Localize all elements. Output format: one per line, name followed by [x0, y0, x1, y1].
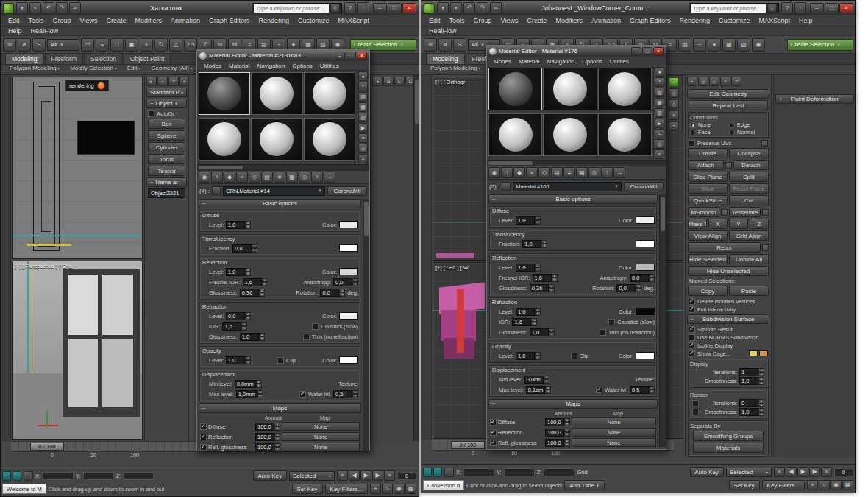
- checkbox[interactable]: [490, 440, 497, 446]
- checkbox[interactable]: [689, 306, 695, 313]
- smoothness-spinner[interactable]: 1,0▴▾: [739, 377, 764, 385]
- rect-region-icon[interactable]: □: [110, 38, 124, 52]
- viewport-label[interactable]: [+] [ Perspective ] [ Sha: [15, 263, 72, 269]
- sample-type-icon[interactable]: ●: [655, 67, 664, 77]
- create-selection-dropdown[interactable]: Create Selection▼: [787, 39, 853, 51]
- map-slot-button[interactable]: None: [572, 428, 656, 437]
- material-sample-slot[interactable]: [543, 68, 597, 110]
- create-button[interactable]: Create: [688, 148, 728, 158]
- select-by-material-icon[interactable]: ◎: [358, 144, 368, 153]
- menu-item-graph-editors[interactable]: Graph Editors: [204, 17, 255, 24]
- param-spinner[interactable]: 0,5▴▾: [333, 390, 358, 398]
- zoom-icon[interactable]: ○: [819, 480, 830, 490]
- ribbon-tab-freeform[interactable]: Freeform: [45, 54, 83, 64]
- previous-frame-icon[interactable]: ◀: [786, 467, 797, 477]
- checkbox[interactable]: [303, 334, 310, 340]
- param-spinner[interactable]: 0,0▴▾: [630, 274, 655, 282]
- param-spinner[interactable]: 0,0▴▾: [616, 284, 641, 292]
- x-button[interactable]: X: [708, 219, 728, 229]
- param-spinner[interactable]: 0,5▴▾: [630, 386, 655, 394]
- map-slot-button[interactable]: None: [572, 417, 656, 426]
- scrollbar-thumb[interactable]: [415, 80, 419, 124]
- color-swatch[interactable]: [339, 356, 358, 364]
- materials-button[interactable]: Materials: [693, 443, 764, 453]
- ribbon-tab-selection[interactable]: Selection: [84, 54, 123, 64]
- select-move-icon[interactable]: +: [140, 38, 153, 52]
- menu-item-help[interactable]: Help: [4, 27, 26, 35]
- viewport-front[interactable]: [12, 77, 143, 259]
- time-slider[interactable]: 0 / 100: [451, 441, 485, 449]
- preserve-uvs-settings-button[interactable]: [761, 140, 768, 147]
- param-spinner[interactable]: 0,1cm▴▾: [526, 386, 551, 394]
- param-spinner[interactable]: 1,0▴▾: [530, 328, 555, 336]
- rollout-basic-options[interactable]: Basic options: [488, 194, 658, 204]
- checkbox[interactable]: [689, 350, 695, 357]
- menu-item-help[interactable]: Help: [794, 17, 817, 24]
- grid-align-button[interactable]: Grid Align: [729, 230, 769, 241]
- make-unique-icon[interactable]: ◇: [669, 99, 679, 109]
- close-icon[interactable]: ×: [402, 3, 416, 13]
- torus-button[interactable]: Torus: [148, 154, 185, 164]
- show-map-in-viewport-icon[interactable]: ▦: [286, 172, 298, 183]
- rollout-basic-options[interactable]: Basic options: [199, 199, 361, 208]
- rendered-frame-icon[interactable]: ▨: [737, 38, 750, 52]
- color-swatch[interactable]: [636, 264, 655, 271]
- coord-y-field[interactable]: [83, 472, 114, 480]
- map-slot-button[interactable]: None: [572, 438, 656, 447]
- assign-to-selection-icon[interactable]: ◆: [513, 167, 525, 178]
- param-spinner[interactable]: 1,6▴▾: [243, 278, 268, 286]
- rollout-subdivision-surface[interactable]: Subdivision Surface: [687, 314, 769, 324]
- checkbox[interactable]: [692, 409, 699, 415]
- teapot-button[interactable]: Teapot: [148, 166, 185, 176]
- collapse-button[interactable]: Collapse: [729, 148, 769, 158]
- current-frame-field[interactable]: 0: [834, 468, 853, 476]
- pick-material-eyedropper-icon[interactable]: [502, 182, 511, 191]
- background-icon[interactable]: ▨: [358, 92, 368, 102]
- checkbox[interactable]: [490, 419, 497, 426]
- backlight-icon[interactable]: *: [358, 82, 368, 91]
- map-slot-button[interactable]: None: [282, 432, 360, 441]
- slice-plane-button[interactable]: Slice Plane: [688, 172, 728, 182]
- relax-settings-button[interactable]: [762, 244, 769, 251]
- param-spinner[interactable]: 1,0▴▾: [516, 308, 541, 316]
- create-tab-icon[interactable]: ▸: [146, 77, 157, 86]
- scrollbar-thumb[interactable]: [364, 202, 369, 236]
- radio-normal[interactable]: Normal: [729, 129, 766, 135]
- map-amount-spinner[interactable]: 100,0▴▾: [255, 423, 280, 431]
- 3dsmax-logo-icon[interactable]: [424, 3, 435, 14]
- menu-item-edit[interactable]: Edit: [424, 17, 445, 24]
- hierarchy-tab-icon[interactable]: ≡: [168, 77, 179, 86]
- view-align-button[interactable]: View Align: [688, 230, 728, 241]
- color-swatch[interactable]: [636, 308, 655, 315]
- auto-key-button[interactable]: Auto Key: [690, 467, 724, 477]
- menu-item-tools[interactable]: Tools: [445, 17, 469, 24]
- ribbon-panel-modify-selection[interactable]: Modify Selection: [65, 65, 121, 74]
- minimize-icon[interactable]: –: [335, 52, 345, 60]
- color-swatch[interactable]: [339, 312, 358, 320]
- key-filters-button[interactable]: Key Filters...: [325, 484, 368, 494]
- maxscript-mini-listener-icon[interactable]: [423, 468, 432, 477]
- sample-tiling-icon[interactable]: ▦: [358, 102, 368, 112]
- next-frame-icon[interactable]: ▶: [372, 470, 383, 481]
- select-by-name-icon[interactable]: ≡: [96, 38, 109, 52]
- unlink-selection-icon[interactable]: ø: [438, 38, 452, 52]
- map-amount-spinner[interactable]: 100,0▴▾: [255, 443, 280, 451]
- menu-item-maxscript[interactable]: MAXScript: [755, 17, 795, 24]
- select-by-material-icon[interactable]: ◎: [655, 139, 664, 149]
- go-to-parent-icon[interactable]: ↑: [601, 167, 613, 178]
- rollout-object-type[interactable]: Object T: [146, 99, 187, 108]
- close-icon[interactable]: ×: [653, 47, 664, 55]
- check-delete-isolated-vertices[interactable]: Delete Isolated Vertices: [689, 297, 768, 305]
- menu-item-animation[interactable]: Animation: [166, 17, 204, 24]
- param-spinner[interactable]: 0,0▴▾: [232, 244, 257, 253]
- menu-item-modifiers[interactable]: Modifiers: [130, 17, 166, 24]
- save-file-icon[interactable]: ▪: [450, 2, 462, 14]
- checkbox[interactable]: [689, 140, 695, 147]
- cage-color-swatch[interactable]: [749, 350, 758, 356]
- scene-link-icon[interactable]: ∞: [490, 2, 502, 14]
- show-map-in-viewport-icon[interactable]: ▦: [576, 167, 588, 178]
- go-to-parent-icon[interactable]: ↑: [311, 172, 323, 183]
- configure-modifier-sets-icon[interactable]: ≡: [731, 77, 741, 86]
- paste-button[interactable]: Paste: [729, 286, 769, 296]
- param-spinner[interactable]: 1,6▴▾: [222, 322, 247, 331]
